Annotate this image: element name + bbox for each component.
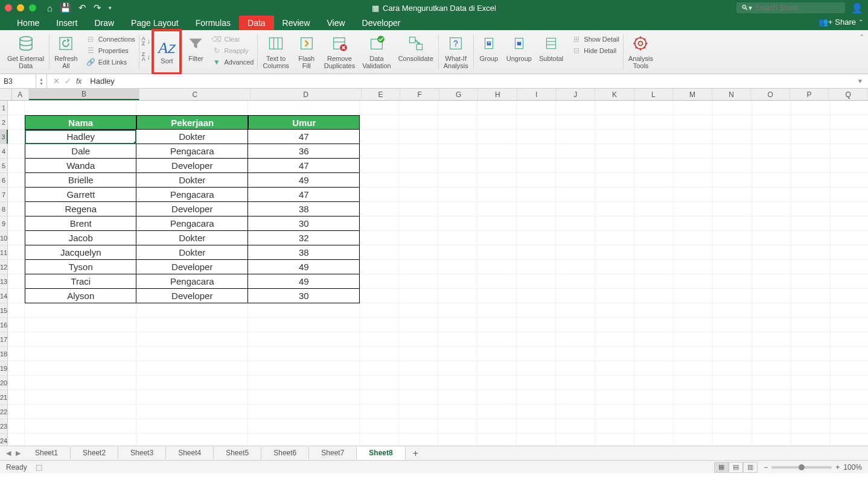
cell-A22[interactable] (8, 405, 25, 419)
cell-C17[interactable] (136, 332, 248, 347)
cell-O3[interactable] (752, 130, 791, 144)
cell-P17[interactable] (791, 332, 831, 347)
cell-C21[interactable] (136, 390, 248, 405)
cell-K9[interactable] (595, 216, 634, 231)
cell-M18[interactable] (674, 347, 713, 361)
cell-A17[interactable] (8, 332, 25, 347)
cell-M10[interactable] (674, 231, 713, 245)
cell-M6[interactable] (674, 173, 713, 188)
cell-J14[interactable] (556, 289, 595, 303)
cell-M23[interactable] (674, 419, 713, 434)
cell-O21[interactable] (752, 390, 791, 405)
cell-L10[interactable] (634, 231, 674, 245)
cell-C23[interactable] (136, 419, 248, 434)
cell-Q17[interactable] (831, 332, 868, 347)
cell-I17[interactable] (517, 332, 556, 347)
cell-P13[interactable] (791, 274, 831, 289)
cell-D20[interactable] (248, 376, 360, 390)
cell-O6[interactable] (752, 173, 791, 188)
cell-E15[interactable] (360, 303, 399, 318)
cell-P12[interactable] (791, 260, 831, 274)
cell-P7[interactable] (791, 188, 831, 202)
row-header-21[interactable]: 21 (0, 390, 8, 405)
page-layout-view-button[interactable]: ▤ (729, 462, 743, 473)
cell-L13[interactable] (634, 274, 674, 289)
cell-P1[interactable] (791, 101, 831, 115)
cell-A5[interactable] (8, 159, 25, 173)
remove-duplicates-button[interactable]: Remove Duplicates (321, 33, 359, 72)
cell-Q23[interactable] (831, 419, 868, 434)
cell-M12[interactable] (674, 260, 713, 274)
cell-B16[interactable] (25, 318, 136, 332)
save-icon[interactable]: 💾 (60, 2, 71, 13)
cell-O1[interactable] (752, 101, 791, 115)
cell-A20[interactable] (8, 376, 25, 390)
cell-G1[interactable] (438, 101, 477, 115)
cell-B15[interactable] (25, 303, 136, 318)
cell-Q1[interactable] (831, 101, 868, 115)
cell-M14[interactable] (674, 289, 713, 303)
cell-D22[interactable] (248, 405, 360, 419)
row-header-6[interactable]: 6 (0, 173, 8, 188)
row-header-7[interactable]: 7 (0, 188, 8, 202)
cell-K18[interactable] (595, 347, 634, 361)
text-to-columns-button[interactable]: Text to Columns (259, 33, 292, 72)
cell-I21[interactable] (517, 390, 556, 405)
row-header-16[interactable]: 16 (0, 318, 8, 332)
cell-N24[interactable] (713, 434, 752, 446)
cell-P4[interactable] (791, 144, 831, 159)
cell-C11[interactable]: Dokter (136, 245, 248, 260)
cell-P5[interactable] (791, 159, 831, 173)
cell-C5[interactable]: Developer (136, 159, 248, 173)
sheet-nav-next-icon[interactable]: ▶ (13, 449, 23, 457)
cell-I10[interactable] (517, 231, 556, 245)
cell-M7[interactable] (674, 188, 713, 202)
cell-G18[interactable] (438, 347, 477, 361)
cell-N12[interactable] (713, 260, 752, 274)
normal-view-button[interactable]: ▦ (714, 462, 729, 473)
cell-F24[interactable] (399, 434, 438, 446)
cell-D18[interactable] (248, 347, 360, 361)
cell-K3[interactable] (595, 130, 634, 144)
cell-A7[interactable] (8, 188, 25, 202)
cell-I18[interactable] (517, 347, 556, 361)
search-input[interactable] (755, 4, 839, 12)
cell-P14[interactable] (791, 289, 831, 303)
sheet-tab-sheet5[interactable]: Sheet5 (214, 447, 261, 460)
cell-K16[interactable] (595, 318, 634, 332)
cell-A24[interactable] (8, 434, 25, 446)
cell-B9[interactable]: Brent (25, 216, 136, 231)
cell-D7[interactable]: 47 (248, 188, 360, 202)
zoom-slider[interactable] (771, 466, 832, 469)
cell-N6[interactable] (713, 173, 752, 188)
cell-A4[interactable] (8, 144, 25, 159)
cell-J16[interactable] (556, 318, 595, 332)
cell-K19[interactable] (595, 361, 634, 376)
cell-G4[interactable] (438, 144, 477, 159)
cell-I3[interactable] (517, 130, 556, 144)
accept-formula-icon[interactable]: ✓ (65, 77, 71, 86)
cell-G14[interactable] (438, 289, 477, 303)
zoom-in-button[interactable]: + (835, 463, 840, 472)
cell-N3[interactable] (713, 130, 752, 144)
cell-I16[interactable] (517, 318, 556, 332)
cell-K24[interactable] (595, 434, 634, 446)
cell-B17[interactable] (25, 332, 136, 347)
search-box[interactable]: 🔍︎▾ (736, 2, 845, 13)
cell-F1[interactable] (399, 101, 438, 115)
cell-E22[interactable] (360, 405, 399, 419)
cell-G7[interactable] (438, 188, 477, 202)
cell-N21[interactable] (713, 390, 752, 405)
cell-N11[interactable] (713, 245, 752, 260)
column-header-I[interactable]: I (517, 89, 557, 100)
cell-F20[interactable] (399, 376, 438, 390)
cell-Q9[interactable] (831, 216, 868, 231)
cell-G23[interactable] (438, 419, 477, 434)
cell-K20[interactable] (595, 376, 634, 390)
cell-J22[interactable] (556, 405, 595, 419)
cell-F23[interactable] (399, 419, 438, 434)
cell-N20[interactable] (713, 376, 752, 390)
cell-E5[interactable] (360, 159, 399, 173)
cell-M8[interactable] (674, 202, 713, 216)
cell-K15[interactable] (595, 303, 634, 318)
